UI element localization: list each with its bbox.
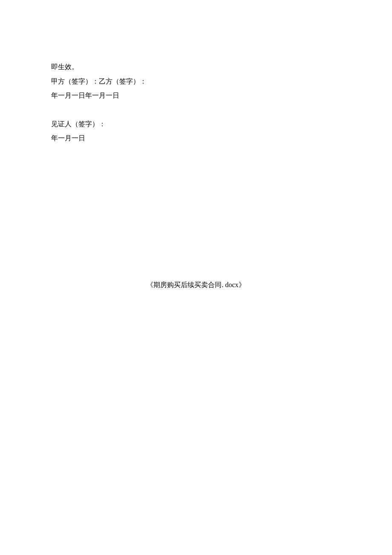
text-line-1: 即生效。 — [51, 60, 341, 74]
text-line-3: 年一月一日年一月一日 — [51, 88, 341, 103]
footer-text: 《期房购买后续买卖合同. docx》 — [51, 278, 341, 292]
text-line-2: 甲方（签字）：乙方（签字）： — [51, 74, 341, 89]
text-line-5: 年一月一日 — [51, 131, 341, 145]
text-line-4: 见证人（签字）： — [51, 117, 341, 131]
document-content: 即生效。 甲方（签字）：乙方（签字）： 年一月一日年一月一日 见证人（签字）： … — [51, 60, 341, 292]
blank-line — [51, 103, 341, 117]
